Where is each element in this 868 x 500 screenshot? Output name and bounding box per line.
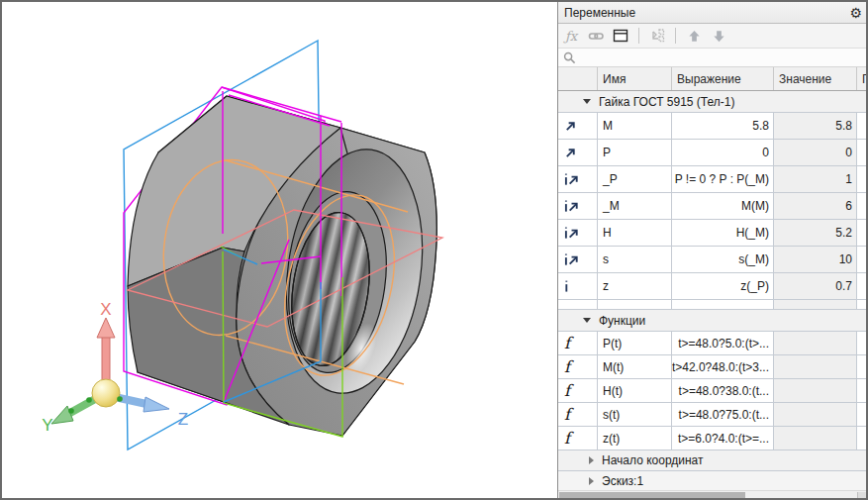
function-icon: f [558, 332, 598, 354]
variable-expression: P != 0 ? P : P(_M) [672, 166, 774, 192]
function-expression: t>=48.0?75.0:(t... [672, 403, 774, 426]
nut-body[interactable] [128, 96, 437, 436]
column-header-expression[interactable]: Выражение [672, 67, 774, 90]
toolbar-separator [675, 28, 676, 44]
group-label: Функции [599, 314, 645, 328]
expand-triangle-icon[interactable] [589, 477, 594, 485]
table-row[interactable]: P 0 0 [558, 140, 868, 166]
group-row-body[interactable]: Гайка ГОСТ 5915 (Тел-1) [558, 91, 868, 113]
variable-name: z [598, 273, 672, 299]
function-expression: t>=48.0?38.0:(t... [672, 379, 774, 402]
table-header: Имя Выражение Значение П [558, 67, 868, 91]
x-axis-arrow [97, 318, 115, 381]
variable-editor-icon[interactable] [612, 27, 629, 45]
info-external-variable-icon [558, 166, 598, 192]
move-down-icon[interactable] [710, 27, 727, 45]
column-header-icon[interactable] [558, 67, 598, 90]
table-row[interactable]: f H(t) t>=48.0?38.0:(t... [558, 379, 868, 403]
toolbar-separator [638, 28, 639, 44]
function-icon: f [558, 355, 598, 378]
scrollbar-grip[interactable] [857, 492, 867, 498]
table-row[interactable]: M 5.8 5.8 [558, 113, 868, 140]
column-header-name[interactable]: Имя [598, 67, 672, 90]
table-row[interactable]: f z(t) t>=6.0?4.0:(t>=... [558, 427, 868, 450]
table-row[interactable]: _P P != 0 ? P : P(_M) 1 [558, 166, 868, 193]
variable-comment [857, 247, 868, 272]
table-row[interactable]: s s(_M) 10 [558, 247, 868, 273]
empty-row[interactable] [558, 300, 868, 310]
search-input[interactable] [581, 50, 863, 65]
column-header-value[interactable]: Значение [774, 67, 857, 90]
search-icon [563, 51, 576, 64]
variable-value: 6 [774, 193, 857, 219]
variable-name: P [598, 140, 672, 165]
move-up-icon[interactable] [685, 27, 703, 45]
table-row[interactable]: f s(t) t>=48.0?75.0:(t... [558, 403, 868, 427]
function-name: z(t) [598, 427, 672, 450]
variable-value: 1 [774, 166, 857, 192]
expand-triangle-icon[interactable] [589, 456, 594, 464]
collapse-triangle-icon[interactable] [583, 99, 591, 104]
table-row[interactable]: f P(t) t>=48.0?5.0:(t>... [558, 332, 868, 355]
variable-value: 0 [774, 140, 857, 165]
function-icon: f [558, 379, 598, 402]
group-label: Эскиз:1 [602, 474, 643, 488]
panel-title: Переменные [564, 6, 849, 20]
function-value [774, 427, 857, 450]
external-variable-icon [558, 113, 598, 139]
group-row-origin[interactable]: Начало координат [558, 450, 868, 471]
variable-expression: z(_P) [672, 273, 774, 299]
variable-value: 5.8 [774, 113, 857, 139]
scrollbar-thumb[interactable] [559, 492, 745, 498]
variable-comment [857, 140, 868, 165]
group-label: Начало координат [602, 453, 704, 467]
variable-value: 5.2 [774, 220, 857, 246]
settings-gear-icon[interactable]: ⚙ [849, 6, 862, 20]
collapse-triangle-icon[interactable] [583, 318, 591, 323]
function-comment [857, 403, 868, 426]
z-axis-label: Z [178, 410, 188, 429]
variable-comment [857, 273, 868, 299]
function-expression: t>42.0?48.0:(t>3... [672, 355, 774, 378]
info-variable-icon [558, 273, 598, 299]
function-comment [857, 332, 868, 354]
function-name: H(t) [598, 379, 672, 402]
y-axis-label: Y [42, 416, 52, 435]
3d-scene: X Y Z [2, 2, 557, 498]
table-row[interactable]: H H(_M) 5.2 [558, 220, 868, 247]
function-expression: t>=48.0?5.0:(t>... [672, 332, 774, 354]
function-comment [857, 379, 868, 402]
function-icon: f [558, 427, 598, 450]
function-variable-icon[interactable]: ƒx [562, 27, 580, 45]
horizontal-scrollbar[interactable] [558, 490, 868, 498]
function-comment [857, 427, 868, 450]
table-row[interactable]: _M M(M) 6 [558, 193, 868, 220]
origin-ball [92, 379, 120, 407]
variable-expression: 5.8 [672, 113, 774, 139]
function-comment [857, 355, 868, 378]
function-expression: t>=6.0?4.0:(t>=... [672, 427, 774, 450]
variable-expression: s(_M) [672, 247, 774, 272]
table-row[interactable]: z z(_P) 0.7 [558, 273, 868, 300]
variable-expression: M(M) [672, 193, 774, 219]
x-axis-label: X [100, 300, 111, 319]
column-header-comment[interactable]: П [857, 67, 868, 90]
variable-name: _M [598, 193, 672, 219]
search-bar [558, 49, 868, 67]
dependencies-icon[interactable] [648, 27, 666, 45]
variable-name: H [598, 220, 672, 246]
function-name: M(t) [598, 355, 672, 378]
table-row[interactable]: f M(t) t>42.0?48.0:(t>3... [558, 355, 868, 379]
group-label: Гайка ГОСТ 5915 (Тел-1) [599, 95, 734, 109]
panel-toolbar: ƒx [558, 24, 868, 49]
group-row-sketch[interactable]: Эскиз:1 [558, 471, 868, 490]
function-value [774, 332, 857, 354]
variable-name: M [598, 113, 672, 139]
link-icon[interactable] [587, 27, 605, 45]
variable-value: 10 [774, 247, 857, 272]
variable-name: s [598, 247, 672, 272]
function-name: P(t) [598, 332, 672, 354]
3d-viewport[interactable]: X Y Z [2, 2, 557, 498]
variable-comment [857, 220, 868, 246]
group-row-functions[interactable]: Функции [558, 310, 868, 332]
